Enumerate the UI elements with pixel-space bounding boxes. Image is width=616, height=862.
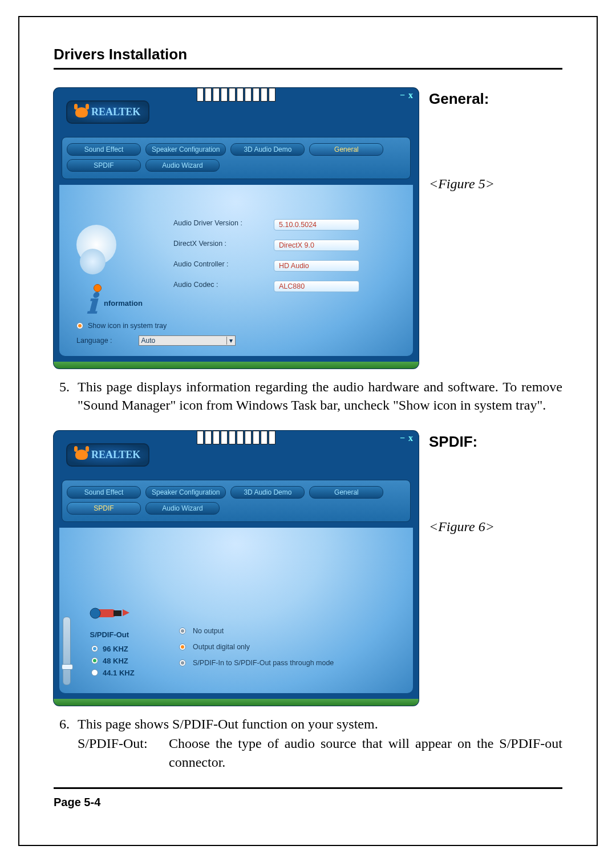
section-title: Drivers Installation [54,46,562,70]
no-output-label: No output [193,627,224,635]
passthrough-radio[interactable] [179,659,186,666]
language-select[interactable]: Auto ▾ [139,335,236,346]
piano-keys-decor [196,431,276,444]
chevron-down-icon: ▾ [226,337,233,345]
svg-marker-2 [123,609,129,616]
list-num-6: 6. [54,715,70,771]
crab-icon [75,450,88,460]
language-value: Auto [141,337,156,345]
grass-decor [54,362,419,369]
tab-general[interactable]: General [309,486,383,499]
rca-connector-icon [90,601,129,624]
tab-speaker-config[interactable]: Speaker Configuration [145,143,226,156]
figure5-caption: <Figure 5> [429,176,514,192]
realtek-general-window: − x REALTEK Sound Effect Speaker Configu… [54,88,419,369]
tab-audio-wizard[interactable]: Audio Wizard [145,159,220,172]
tray-icon-label: Show icon in system tray [88,322,167,330]
list-num-5: 5. [54,378,70,415]
rate-48-radio[interactable] [91,657,98,664]
directx-version-value: DirectX 9.0 [274,240,359,251]
tab-audio-wizard[interactable]: Audio Wizard [145,502,220,515]
tab-3d-audio-demo[interactable]: 3D Audio Demo [230,486,305,499]
page-frame: Drivers Installation − x REALTEK Sound E… [18,16,598,846]
directx-version-label: DirectX Version : [173,240,270,251]
tab-sound-effect[interactable]: Sound Effect [67,143,141,156]
grass-decor [54,699,419,706]
spdif-out-section: S/PDIF-Out 96 KHZ 48 KHZ 44.1 KHZ [84,601,135,681]
tab-sound-effect[interactable]: Sound Effect [67,486,141,499]
figure6-title: SPDIF: [429,433,514,451]
audio-controller-label: Audio Controller : [173,260,270,272]
digital-only-radio[interactable] [179,644,186,650]
realtek-logo-badge: REALTEK [66,100,149,124]
minimize-button[interactable]: − [400,90,405,100]
audio-codec-label: Audio Codec : [173,281,270,292]
tab-3d-audio-demo[interactable]: 3D Audio Demo [230,143,305,156]
list-item-6: 6. This page shows S/PDIF-Out function o… [54,715,562,771]
realtek-logo-badge: REALTEK [66,443,149,467]
realtek-spdif-window: − x REALTEK Sound Effect Speaker Configu… [54,431,419,706]
spdif-out-term: S/PDIF-Out: [78,734,169,771]
digital-only-label: Output digital only [193,643,250,651]
tray-icon-radio[interactable] [76,322,83,329]
piano-keys-decor [196,88,276,102]
sample-rate-list: 96 KHZ 48 KHZ 44.1 KHZ [84,645,135,677]
figure6-caption: <Figure 6> [429,519,514,535]
tab-spdif[interactable]: SPDIF [67,159,141,172]
no-output-radio[interactable] [179,628,186,634]
svg-rect-1 [114,610,121,616]
spdif-out-def: Choose the type of audio source that wil… [169,734,562,771]
list-text-6-line1: This page shows S/PDIF-Out function on y… [78,715,562,733]
close-button[interactable]: x [408,433,413,443]
footer-rule: Page 5-4 [54,787,562,809]
close-button[interactable]: x [408,90,413,100]
slider-knob[interactable] [62,664,73,670]
tab-general[interactable]: General [309,143,383,156]
rate-48-label: 48 KHZ [103,657,128,665]
minimize-button[interactable]: − [400,433,405,443]
figure6-block: − x REALTEK Sound Effect Speaker Configu… [54,431,562,706]
spdif-panel: S/PDIF-Out 96 KHZ 48 KHZ 44.1 KHZ No out… [59,528,413,693]
information-label: nformation [104,299,143,307]
crab-icon [75,107,88,118]
svg-point-3 [90,608,100,618]
spdif-out-label: S/PDIF-Out [84,630,135,639]
vertical-slider[interactable] [63,617,71,685]
general-panel: ℹ nformation Audio Driver Version : 5.10… [59,185,413,356]
driver-version-value: 5.10.0.5024 [274,219,359,230]
rate-441-radio[interactable] [91,669,98,676]
audio-codec-value: ALC880 [274,281,359,292]
page-number: Page 5-4 [54,796,562,809]
rate-96-label: 96 KHZ [103,645,128,653]
tab-spdif[interactable]: SPDIF [67,502,141,515]
driver-version-label: Audio Driver Version : [173,219,270,230]
general-bottom-options: Show icon in system tray Language : Auto… [76,316,236,346]
tab-bar: Sound Effect Speaker Configuration 3D Au… [62,480,411,522]
rate-96-radio[interactable] [91,645,98,652]
brand-text: REALTEK [91,449,140,461]
language-label: Language : [76,337,112,345]
rate-441-label: 44.1 KHZ [103,669,135,677]
list-item-5: 5. This page displays information regard… [54,378,562,415]
figure5-block: − x REALTEK Sound Effect Speaker Configu… [54,88,562,369]
tab-speaker-config[interactable]: Speaker Configuration [145,486,226,499]
audio-controller-value: HD Audio [274,260,359,272]
information-icon: ℹ nformation [76,225,116,265]
figure5-title: General: [429,90,514,108]
passthrough-label: S/PDIF-In to S/PDIF-Out pass through mod… [193,659,334,667]
info-grid: Audio Driver Version : 5.10.0.5024 Direc… [173,219,359,292]
list-text-5: This page displays information regarding… [78,378,562,415]
tab-bar: Sound Effect Speaker Configuration 3D Au… [62,137,411,179]
brand-text: REALTEK [91,106,140,118]
spdif-mode-options: No output Output digital only S/PDIF-In … [179,619,384,675]
